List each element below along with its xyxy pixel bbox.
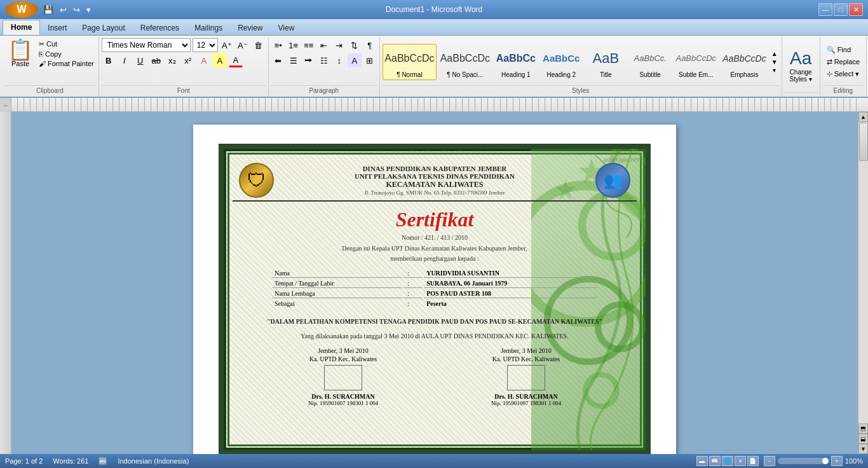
redo-button[interactable]: ↪: [71, 4, 83, 16]
line-spacing-button[interactable]: ↕: [332, 53, 346, 67]
text-effect-button[interactable]: A: [197, 53, 211, 67]
align-right-button[interactable]: ⮕: [302, 53, 316, 67]
clipboard-content: 📋 Paste ✂ Cut ⎘ Copy 🖌 Format Painter: [4, 38, 96, 85]
style-subtitle[interactable]: AaBbCc. Subtitle: [628, 44, 672, 80]
tab-references[interactable]: References: [133, 21, 187, 35]
zoom-out-button[interactable]: −: [764, 456, 775, 466]
cert-org1: DINAS PENDIDIKAN KABUPATEN JEMBER: [280, 165, 589, 172]
styles-scroll-down[interactable]: ▼: [770, 58, 779, 66]
cut-button[interactable]: ✂ Cut: [37, 39, 96, 49]
bullets-button[interactable]: ≡•: [271, 38, 285, 52]
ruler-corner[interactable]: ↔: [0, 98, 11, 112]
change-styles-button[interactable]: Aa ChangeStyles ▾: [785, 47, 817, 84]
superscript-button[interactable]: x²: [181, 53, 195, 67]
zoom-thumb[interactable]: [822, 458, 829, 464]
customize-qa-button[interactable]: ▾: [84, 4, 93, 16]
select-button[interactable]: ⊹ Select ▾: [823, 69, 864, 79]
scroll-down-button[interactable]: ▼: [858, 444, 868, 454]
replace-button[interactable]: ⇄ Replace: [823, 57, 864, 67]
tab-view[interactable]: View: [271, 21, 302, 35]
full-reading-button[interactable]: 📖: [709, 456, 721, 466]
tab-home[interactable]: Home: [3, 20, 40, 35]
watermark: galerigu..net: [604, 155, 639, 163]
tab-mailings[interactable]: Mailings: [187, 21, 230, 35]
strikethrough-button[interactable]: ab: [149, 53, 163, 67]
scroll-page-down[interactable]: ⬓: [858, 434, 868, 444]
format-painter-button[interactable]: 🖌 Format Painter: [37, 59, 96, 68]
italic-button[interactable]: I: [118, 53, 132, 67]
increase-indent-button[interactable]: ⇥: [332, 38, 346, 52]
scroll-up-button[interactable]: ▲: [858, 112, 868, 122]
highlight-button[interactable]: A: [213, 53, 227, 67]
style-emphasis[interactable]: AaBbCcDc Emphasis: [720, 44, 768, 80]
style-subtle-em-preview: AaBbCcDc: [675, 46, 716, 71]
scroll-thumb[interactable]: [859, 123, 868, 161]
numbering-button[interactable]: 1≡: [287, 38, 301, 52]
page-info: Page: 1 of 2: [5, 457, 43, 465]
maximize-button[interactable]: □: [834, 3, 848, 16]
sig-left-date: Jember, 3 Mei 2010: [308, 347, 378, 354]
minimize-button[interactable]: —: [818, 3, 832, 16]
font-color-button[interactable]: A: [229, 53, 243, 67]
shading-button[interactable]: A: [348, 53, 362, 67]
find-button[interactable]: 🔍 Find: [823, 45, 864, 55]
style-subtle-em[interactable]: AaBbCcDc Subtle Em...: [673, 44, 719, 80]
certificate-inner: 🛡 DINAS PENDIDIKAN KABUPATEN JEMBER UNIT…: [233, 158, 637, 441]
font-size-select[interactable]: 12: [193, 38, 218, 52]
sort-button[interactable]: ⇅: [348, 38, 362, 52]
style-emphasis-preview: AaBbCcDc: [722, 46, 766, 71]
styles-content: AaBbCcDc ¶ Normal AaBbCcDc ¶ No Spaci...…: [383, 38, 779, 85]
sig-left-nip: Nip. 195901007 198301 1 004: [308, 400, 378, 406]
language-button[interactable]: Indonesian (Indonesia): [118, 457, 189, 465]
cert-logo-left: 🛡: [239, 163, 274, 198]
tab-page-layout[interactable]: Page Layout: [74, 21, 132, 35]
style-heading2[interactable]: AaBbCc Heading 2: [539, 44, 583, 80]
tab-insert[interactable]: Insert: [40, 21, 74, 35]
decrease-indent-button[interactable]: ⇤: [317, 38, 331, 52]
style-heading1[interactable]: AaBbCc Heading 1: [494, 44, 539, 80]
web-layout-button[interactable]: 🌐: [722, 456, 733, 466]
justify-button[interactable]: ☷: [317, 53, 331, 67]
zoom-in-button[interactable]: +: [831, 456, 843, 466]
vertical-scrollbar[interactable]: ▲ ⬒ ⬓ ▼: [858, 112, 868, 454]
office-button[interactable]: W: [5, 1, 38, 18]
zoom-slider[interactable]: [778, 458, 829, 464]
outline-button[interactable]: ≡: [735, 456, 746, 466]
styles-scroll-up[interactable]: ▲: [770, 50, 779, 58]
styles-expand[interactable]: ▾: [770, 66, 779, 74]
window-title: Document1 - Microsoft Word: [0, 5, 868, 14]
tab-review[interactable]: Review: [230, 21, 270, 35]
document-scroll-area[interactable]: galerigu..net 🛡 DINAS PENDIDIKAN KABUPAT…: [11, 112, 858, 454]
multilevel-button[interactable]: ≡≡: [302, 38, 316, 52]
font-grow-button[interactable]: A⁺: [220, 38, 234, 52]
cert-field-sebagai: Sebagai : Peserta: [272, 299, 597, 308]
underline-button[interactable]: U: [133, 53, 147, 67]
style-no-spacing[interactable]: AaBbCcDc ¶ No Spaci...: [438, 44, 492, 80]
clear-format-button[interactable]: 🗑: [252, 38, 266, 52]
field-label-lembaga: Nama Lembaga: [272, 289, 402, 298]
font-shrink-button[interactable]: A⁻: [236, 38, 250, 52]
align-center-button[interactable]: ☰: [287, 53, 301, 67]
paste-button[interactable]: 📋 Paste: [4, 38, 37, 69]
copy-button[interactable]: ⎘ Copy: [37, 50, 96, 59]
subscript-button[interactable]: x₂: [165, 53, 179, 67]
undo-button[interactable]: ↩: [57, 4, 69, 16]
scroll-track[interactable]: [858, 122, 868, 423]
style-title[interactable]: AaB Title: [584, 44, 627, 80]
sig-right-box: [507, 365, 545, 390]
scroll-page-up[interactable]: ⬒: [858, 423, 868, 434]
print-layout-button[interactable]: ▬: [696, 456, 708, 466]
font-name-select[interactable]: Times New Roman: [102, 38, 191, 52]
font-row-2: B I U ab x₂ x² A A A: [102, 53, 243, 67]
close-button[interactable]: ✕: [849, 3, 863, 16]
cert-statement1: "DALAM PELATIHAN KOMPETENSI TENAGA PENDI…: [245, 317, 624, 326]
draft-button[interactable]: 📄: [747, 456, 759, 466]
borders-button[interactable]: ⊞: [363, 53, 377, 67]
align-left-button[interactable]: ⬅: [271, 53, 285, 67]
save-button[interactable]: 💾: [41, 4, 56, 16]
word-count: Words: 261: [53, 457, 88, 465]
style-no-spacing-preview: AaBbCcDc: [440, 46, 490, 71]
show-hide-button[interactable]: ¶: [363, 38, 377, 52]
style-normal[interactable]: AaBbCcDc ¶ Normal: [383, 44, 437, 80]
bold-button[interactable]: B: [102, 53, 116, 67]
